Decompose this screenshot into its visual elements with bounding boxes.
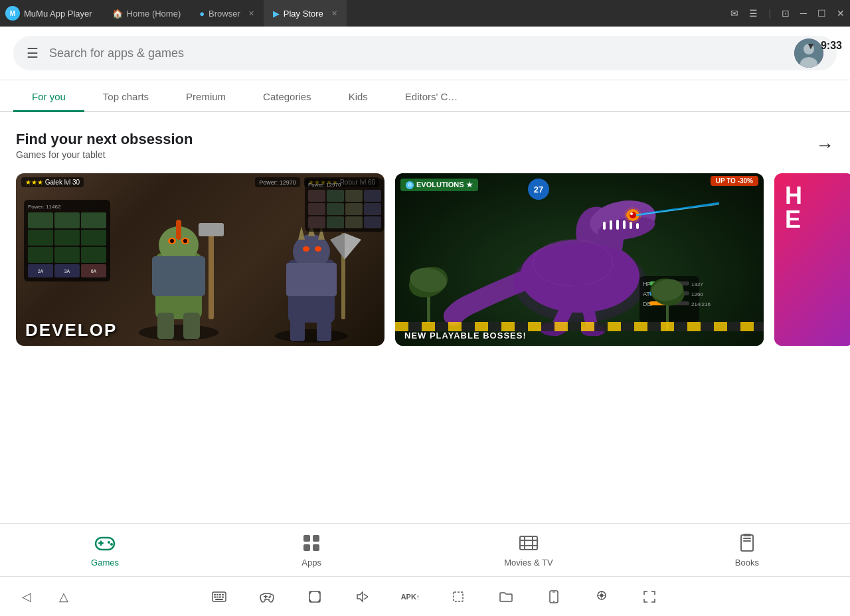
tab-premium[interactable]: Premium: [167, 80, 244, 112]
svg-rect-80: [313, 535, 319, 542]
app-name: MuMu App Player: [24, 9, 92, 19]
svg-rect-95: [219, 594, 221, 595]
svg-text:214/216: 214/216: [691, 301, 711, 307]
search-input[interactable]: [49, 46, 784, 60]
svg-point-22: [303, 246, 309, 252]
svg-line-108: [364, 594, 368, 597]
gamepad-icon: [260, 591, 274, 603]
browser-tab-close[interactable]: ✕: [248, 9, 254, 18]
card1-badge-left: ★★★ Galek lvl 30: [21, 177, 84, 187]
svg-marker-27: [330, 233, 345, 260]
nav-tabs: For you Top charts Premium Categories Ki…: [0, 80, 850, 112]
keyboard-button[interactable]: [209, 586, 230, 607]
card1-grid-ui: Power: 11462 2A 3A: [24, 200, 110, 281]
android-status-bar: ▼ 9:33: [806, 40, 842, 52]
search-bar-container: ☰: [0, 27, 850, 80]
bottom-nav: Games Apps Movies & TV: [0, 523, 850, 576]
books-nav-label: Books: [735, 558, 759, 568]
tab-playstore[interactable]: ▶ Play Store ✕: [264, 0, 347, 27]
svg-rect-93: [214, 594, 216, 595]
svg-line-109: [364, 597, 368, 599]
menu-icon[interactable]: ☰: [749, 8, 758, 19]
game-card-1[interactable]: ★★★ Galek lvl 30 Power: 12970 ★★★★★ Robu…: [16, 173, 384, 346]
folder-icon: [499, 591, 513, 602]
svg-rect-85: [520, 545, 537, 546]
tab-for-you[interactable]: For you: [13, 80, 84, 112]
bottom-nav-apps[interactable]: Apps: [301, 532, 322, 568]
phone-button[interactable]: [543, 586, 564, 607]
svg-text:1260: 1260: [691, 291, 703, 297]
tab-top-charts[interactable]: Top charts: [84, 80, 167, 112]
svg-rect-88: [741, 535, 753, 551]
svg-rect-83: [520, 536, 537, 550]
svg-rect-6: [176, 220, 181, 240]
bottom-nav-games[interactable]: Games: [91, 532, 119, 568]
apps-icon: [301, 532, 322, 554]
svg-rect-100: [222, 596, 224, 597]
games-icon: [94, 532, 116, 554]
svg-rect-15: [199, 223, 224, 236]
section-arrow-button[interactable]: →: [815, 135, 834, 156]
games-nav-label: Games: [91, 558, 119, 568]
main-content: Find your next obsession Games for your …: [0, 112, 850, 523]
window-frame: ▼ 9:33 ☰ For you Top charts Premium: [0, 27, 850, 616]
volume-icon: [356, 591, 369, 603]
playstore-tab-label: Play Store: [284, 9, 323, 19]
section-header: Find your next obsession Games for your …: [0, 112, 850, 165]
email-icon[interactable]: ✉: [730, 8, 738, 19]
window-controls: ✉ ☰ | ⊡ ─ ☐ ✕: [730, 8, 845, 19]
tab-browser[interactable]: ● Browser ✕: [190, 0, 264, 27]
close-icon[interactable]: ✕: [837, 8, 845, 19]
bottom-nav-movies[interactable]: Movies & TV: [504, 532, 552, 568]
apk-button[interactable]: APK↑: [400, 586, 421, 607]
minimize-icon[interactable]: ─: [800, 8, 807, 19]
location-button[interactable]: [591, 586, 612, 607]
card2-palm-left: [402, 257, 455, 326]
playstore-tab-close[interactable]: ✕: [331, 9, 337, 18]
books-icon: [736, 532, 758, 554]
app-logo: M MuMu App Player: [5, 6, 92, 21]
tab-editors-choice[interactable]: Editors' C…: [386, 80, 477, 112]
crop-icon: [452, 591, 464, 603]
svg-point-54: [513, 243, 646, 323]
screen-icon[interactable]: ⊡: [782, 8, 790, 19]
svg-marker-107: [357, 592, 363, 601]
bottom-nav-books[interactable]: Books: [735, 532, 759, 568]
svg-rect-24: [286, 263, 337, 296]
svg-rect-96: [222, 594, 224, 595]
card1-right-grid: Power: 12970: [305, 179, 384, 232]
svg-rect-106: [309, 591, 320, 602]
svg-point-77: [108, 541, 110, 544]
maximize-icon[interactable]: ☐: [817, 8, 826, 19]
resize-button[interactable]: [639, 586, 660, 607]
svg-marker-26: [345, 233, 361, 260]
svg-point-41: [630, 212, 636, 218]
movies-icon: [518, 532, 539, 554]
svg-rect-82: [313, 544, 319, 551]
folder-button[interactable]: [495, 586, 517, 607]
svg-marker-19: [298, 226, 305, 240]
back-button[interactable]: ◁: [16, 586, 37, 607]
apps-nav-label: Apps: [301, 558, 321, 568]
home-button[interactable]: △: [53, 586, 74, 607]
svg-rect-98: [216, 596, 218, 597]
svg-rect-38: [630, 222, 632, 229]
crop-button[interactable]: [448, 586, 469, 607]
tab-home[interactable]: 🏠 Home (Home): [103, 0, 191, 27]
screenshot-button[interactable]: [304, 586, 325, 607]
resize-icon: [643, 591, 655, 603]
tab-kids[interactable]: Kids: [330, 80, 386, 112]
svg-point-42: [630, 212, 633, 215]
game-card-3-partial[interactable]: HE: [774, 173, 850, 346]
card3-bg: HE: [774, 173, 850, 346]
tab-categories[interactable]: Categories: [244, 80, 330, 112]
gamepad-button[interactable]: [256, 586, 278, 607]
volume-button[interactable]: [352, 586, 373, 607]
hamburger-menu-icon[interactable]: ☰: [27, 45, 39, 61]
game-card-2[interactable]: ⚙ EVOLUTIONS ★ UP TO -30% 27: [395, 173, 764, 346]
card1-bottom-banner: DEVELOP: [16, 315, 384, 346]
browser-tab-icon: ●: [199, 9, 205, 19]
android-bottom-bar: ◁ △: [0, 576, 850, 616]
svg-rect-11: [152, 256, 205, 296]
android-nav-left: ◁ △: [16, 586, 74, 607]
